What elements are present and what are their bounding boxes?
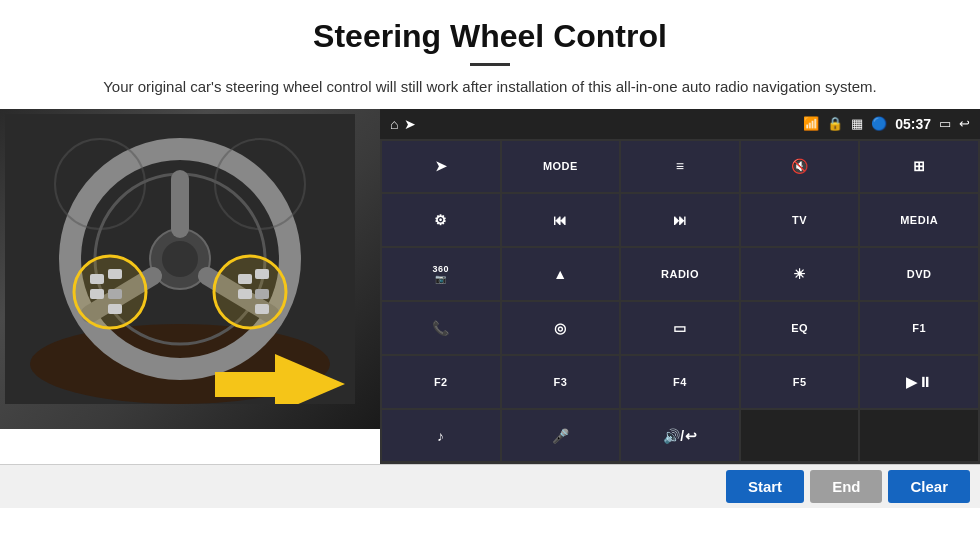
apps-button[interactable]: ⊞ bbox=[860, 141, 978, 193]
screen-icon: ▭ bbox=[939, 116, 951, 131]
prev-button[interactable]: ⏮ bbox=[502, 194, 620, 246]
screen-btn[interactable]: ▭ bbox=[621, 302, 739, 354]
f3-button[interactable]: F3 bbox=[502, 356, 620, 408]
end-button[interactable]: End bbox=[810, 470, 882, 503]
button-grid: ➤ MODE ≡ 🔇 ⊞ ⚙ ⏮ ⏭ TV MEDIA 360📷 ▲ RADIO… bbox=[380, 139, 980, 464]
brightness-button[interactable]: ☀ bbox=[741, 248, 859, 300]
f4-button[interactable]: F4 bbox=[621, 356, 739, 408]
mute-button[interactable]: 🔇 bbox=[741, 141, 859, 193]
eject-button[interactable]: ▲ bbox=[502, 248, 620, 300]
svg-rect-13 bbox=[108, 289, 122, 299]
music-button[interactable]: ♪ bbox=[382, 410, 500, 462]
svg-rect-14 bbox=[108, 304, 122, 314]
mic-button[interactable]: 🎤 bbox=[502, 410, 620, 462]
dvd-button[interactable]: DVD bbox=[860, 248, 978, 300]
home-icon[interactable]: ⌂ bbox=[390, 116, 398, 132]
wifi-icon: 📶 bbox=[803, 116, 819, 131]
control-panel: ⌂ ➤ 📶 🔒 ▦ 🔵 05:37 ▭ ↩ ➤ MODE ≡ 🔇 ⊞ ⚙ ⏮ bbox=[380, 109, 980, 464]
bluetooth-icon: 🔵 bbox=[871, 116, 887, 131]
car-image-section bbox=[0, 109, 380, 429]
tv-button[interactable]: TV bbox=[741, 194, 859, 246]
f5-button[interactable]: F5 bbox=[741, 356, 859, 408]
svg-rect-10 bbox=[90, 274, 104, 284]
lock-icon: 🔒 bbox=[827, 116, 843, 131]
clear-button[interactable]: Clear bbox=[888, 470, 970, 503]
send-icon[interactable]: ➤ bbox=[404, 116, 416, 132]
f2-button[interactable]: F2 bbox=[382, 356, 500, 408]
time-display: 05:37 bbox=[895, 116, 931, 132]
main-content: ⌂ ➤ 📶 🔒 ▦ 🔵 05:37 ▭ ↩ ➤ MODE ≡ 🔇 ⊞ ⚙ ⏮ bbox=[0, 109, 980, 464]
status-bar-right: 📶 🔒 ▦ 🔵 05:37 ▭ ↩ bbox=[803, 116, 970, 132]
svg-rect-19 bbox=[255, 289, 269, 299]
back-icon: ↩ bbox=[959, 116, 970, 131]
page-title: Steering Wheel Control bbox=[40, 18, 940, 55]
empty-btn-2 bbox=[860, 410, 978, 462]
f1-button[interactable]: F1 bbox=[860, 302, 978, 354]
status-bar: ⌂ ➤ 📶 🔒 ▦ 🔵 05:37 ▭ ↩ bbox=[380, 109, 980, 139]
car-image-background bbox=[0, 109, 380, 429]
steering-wheel-image bbox=[5, 114, 355, 404]
next-button[interactable]: ⏭ bbox=[621, 194, 739, 246]
phone-button[interactable]: 📞 bbox=[382, 302, 500, 354]
radio-button[interactable]: RADIO bbox=[621, 248, 739, 300]
camera-360-button[interactable]: 360📷 bbox=[382, 248, 500, 300]
page-subtitle: Your original car's steering wheel contr… bbox=[40, 76, 940, 99]
browse-button[interactable]: ◎ bbox=[502, 302, 620, 354]
svg-rect-17 bbox=[255, 269, 269, 279]
svg-rect-20 bbox=[255, 304, 269, 314]
svg-rect-11 bbox=[108, 269, 122, 279]
page-header: Steering Wheel Control Your original car… bbox=[0, 0, 980, 109]
media-button[interactable]: MEDIA bbox=[860, 194, 978, 246]
status-bar-left: ⌂ ➤ bbox=[390, 116, 416, 132]
volume-button[interactable]: 🔊/↩ bbox=[621, 410, 739, 462]
svg-rect-16 bbox=[238, 274, 252, 284]
nav-button[interactable]: ➤ bbox=[382, 141, 500, 193]
bottom-bar: Start End Clear bbox=[0, 464, 980, 508]
svg-rect-18 bbox=[238, 289, 252, 299]
title-divider bbox=[470, 63, 510, 66]
empty-btn-1 bbox=[741, 410, 859, 462]
eq-button[interactable]: EQ bbox=[741, 302, 859, 354]
list-button[interactable]: ≡ bbox=[621, 141, 739, 193]
start-button[interactable]: Start bbox=[726, 470, 804, 503]
mode-button[interactable]: MODE bbox=[502, 141, 620, 193]
svg-point-5 bbox=[162, 241, 198, 277]
settings-button[interactable]: ⚙ bbox=[382, 194, 500, 246]
sd-icon: ▦ bbox=[851, 116, 863, 131]
play-pause-button[interactable]: ▶⏸ bbox=[860, 356, 978, 408]
svg-rect-12 bbox=[90, 289, 104, 299]
svg-rect-22 bbox=[215, 372, 280, 397]
